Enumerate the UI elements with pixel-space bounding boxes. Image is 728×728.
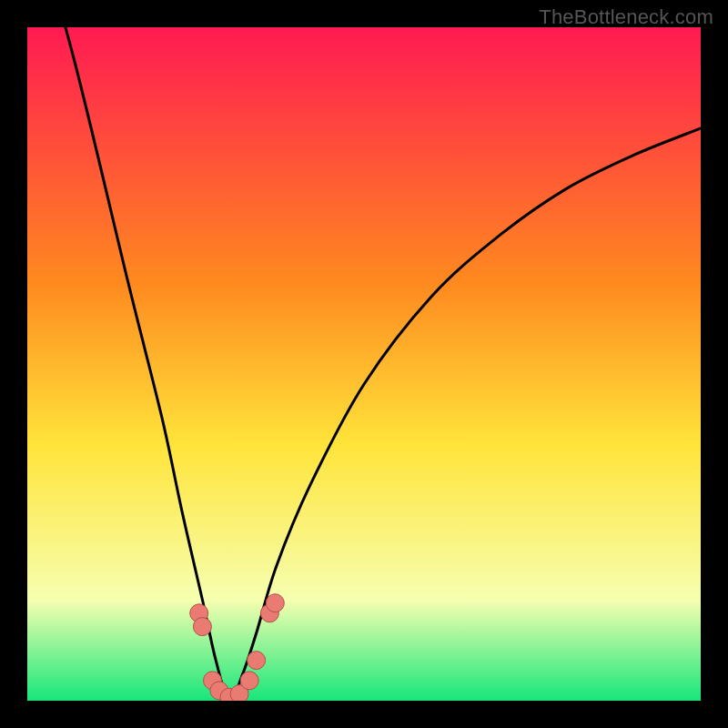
watermark-text: TheBottleneck.com	[539, 5, 713, 29]
curve-marker	[248, 652, 266, 670]
curve-marker	[266, 594, 284, 612]
heat-background	[27, 27, 701, 701]
curve-marker	[193, 618, 211, 636]
plot-area	[27, 27, 701, 701]
chart-frame: TheBottleneck.com	[0, 0, 728, 728]
curve-marker	[240, 672, 258, 690]
chart-svg	[27, 27, 701, 701]
